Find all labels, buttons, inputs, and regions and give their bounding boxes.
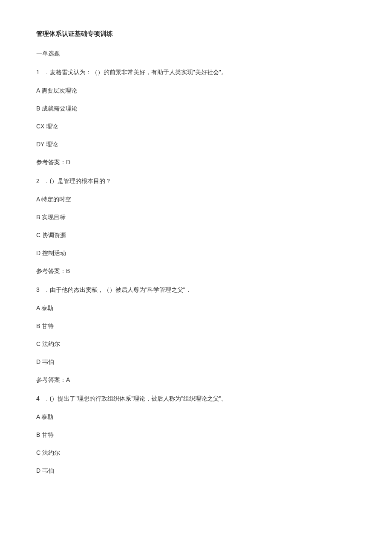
question-text: ．(）提出了"理想的行政组织体系"理论，被后人称为"组织理论之父"。 [44,395,228,402]
option-c: C 协调资源 [36,232,356,239]
option-b: B 成就需要理论 [36,105,356,113]
option-a: A 泰勒 [36,305,356,312]
option-a: A 需要层次理论 [36,87,356,95]
option-b: B 实现目标 [36,214,356,221]
option-d: D 控制活动 [36,250,356,257]
question-number: 4 [36,394,40,403]
answer-line: 参考答案：D [36,159,356,166]
option-c: C 法约尔 [36,340,356,348]
option-d: D 韦伯 [36,358,356,366]
question-number: 2 [36,177,40,186]
answer-line: 参考答案：B [36,267,356,275]
option-d: DY 理论 [36,141,356,148]
question-stem: 3 ．由于他的杰出贡献，（）被后人尊为"科学管理之父"． [36,285,356,294]
question-text: ．(）是管理的根本目的？ [44,177,112,184]
question-number: 1 [36,68,40,77]
question-stem: 4 ．(）提出了"理想的行政组织体系"理论，被后人称为"组织理论之父"。 [36,394,356,403]
answer-line: 参考答案：A [36,376,356,384]
document-title: 管理体系认证基础专项训练 [36,30,356,38]
question-stem: 2 ．(）是管理的根本目的？ [36,177,356,186]
option-d: D 韦伯 [36,467,356,475]
question-number: 3 [36,285,40,294]
option-b: B 甘特 [36,431,356,439]
option-c: CX 理论 [36,123,356,131]
question-text: ．麦格雷戈认为：（）的前景非常美好，有助于人类实现"美好社会"。 [44,69,227,76]
option-a: A 泰勒 [36,413,356,421]
option-a: A 特定的时空 [36,196,356,203]
question-text: ．由于他的杰出贡献，（）被后人尊为"科学管理之父"． [44,286,191,293]
section-label: 一单选题 [36,50,356,58]
question-stem: 1 ．麦格雷戈认为：（）的前景非常美好，有助于人类实现"美好社会"。 [36,68,356,77]
option-c: C 法约尔 [36,449,356,457]
option-b: B 甘特 [36,323,356,330]
